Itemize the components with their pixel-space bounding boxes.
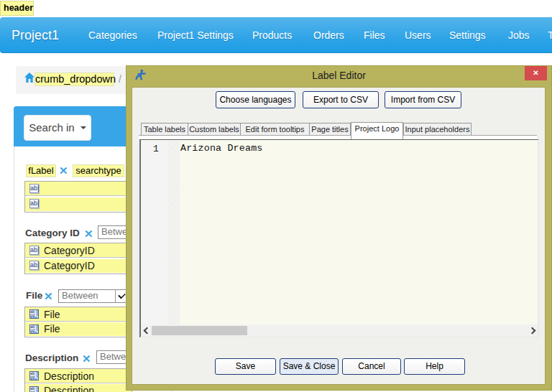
svg-text:cd: cd <box>30 313 34 317</box>
svg-text:cd: cd <box>30 390 34 392</box>
svg-text:cd: cd <box>30 328 34 332</box>
svg-text:cd: cd <box>30 375 34 379</box>
